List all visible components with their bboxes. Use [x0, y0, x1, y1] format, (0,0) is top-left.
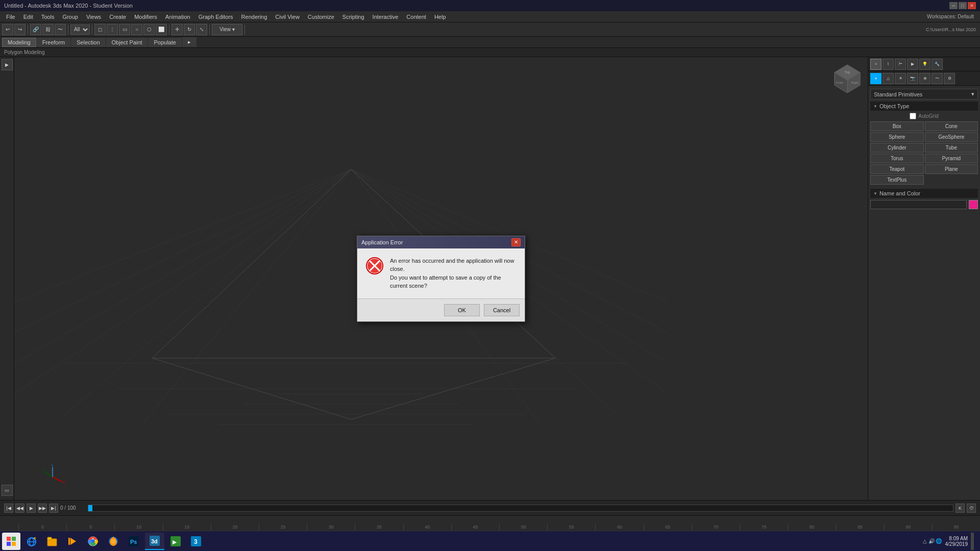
color-swatch[interactable]: [969, 200, 978, 209]
more-tab[interactable]: ▸: [182, 37, 197, 47]
menu-civil-view[interactable]: Civil View: [271, 13, 303, 21]
rp-subtab-helpers[interactable]: ⊕: [919, 73, 930, 84]
primitives-grid: Box Cone Sphere GeoSphere Cylinder Tube …: [870, 121, 978, 185]
next-key-button[interactable]: ▶▶: [38, 504, 47, 513]
menu-rendering[interactable]: Rendering: [237, 13, 272, 21]
autogrid-checkbox[interactable]: [910, 113, 916, 119]
prim-textplus[interactable]: TextPlus: [870, 175, 924, 185]
menu-customize[interactable]: Customize: [304, 13, 338, 21]
toolbar-separator-2: [68, 24, 68, 35]
object-paint-tab[interactable]: Object Paint: [106, 38, 148, 47]
populate-tab[interactable]: Populate: [148, 38, 181, 47]
prim-tube[interactable]: Tube: [925, 143, 978, 153]
rp-subtab-geometry[interactable]: ●: [870, 73, 881, 84]
select-object-button[interactable]: ◻: [94, 24, 106, 35]
select-region-circle[interactable]: ○: [131, 24, 142, 35]
menu-help[interactable]: Help: [430, 13, 450, 21]
scale-button[interactable]: ⤡: [196, 24, 207, 35]
autogrid-checkbox-row: AutoGrid: [870, 112, 978, 120]
link-button[interactable]: 🔗: [30, 24, 41, 35]
taskbar-photoshop[interactable]: Ps: [125, 533, 143, 550]
prim-geosphere[interactable]: GeoSphere: [925, 132, 978, 142]
undo-button[interactable]: ↩: [2, 24, 13, 35]
path-label: C:\Users\R...s Max 2020: [926, 27, 978, 32]
taskbar-media[interactable]: [63, 533, 82, 550]
dialog-close-button[interactable]: ✕: [511, 238, 521, 246]
primitives-dropdown[interactable]: Standard Primitives ▾: [870, 89, 978, 99]
prim-box[interactable]: Box: [870, 121, 924, 131]
selection-tab[interactable]: Selection: [71, 38, 105, 47]
object-type-header[interactable]: ▼ Object Type: [870, 102, 978, 111]
window-crossing[interactable]: ⬜: [156, 24, 167, 35]
rotate-button[interactable]: ↻: [184, 24, 195, 35]
taskbar-3dsmax[interactable]: 3d: [145, 533, 164, 550]
prim-cylinder[interactable]: Cylinder: [870, 143, 924, 153]
redo-button[interactable]: ↪: [14, 24, 26, 35]
menu-views[interactable]: Views: [82, 13, 105, 21]
move-button[interactable]: ✛: [172, 24, 183, 35]
menu-content[interactable]: Content: [402, 13, 430, 21]
rp-subtab-systems[interactable]: ⚙: [944, 73, 955, 84]
freeform-tab[interactable]: Freeform: [37, 38, 71, 47]
start-button[interactable]: [2, 533, 20, 550]
view-dropdown[interactable]: View ▾: [212, 24, 242, 35]
prim-cone[interactable]: Cone: [925, 121, 978, 131]
taskbar-explorer[interactable]: [43, 533, 61, 550]
key-mode-button[interactable]: K: [955, 504, 965, 513]
play-button-ctrl[interactable]: ▶: [27, 504, 36, 513]
show-desktop-button[interactable]: [971, 533, 974, 550]
prim-plane[interactable]: Plane: [925, 164, 978, 174]
select-region-rect[interactable]: ▭: [119, 24, 130, 35]
object-name-input[interactable]: [870, 200, 967, 209]
rp-tab-display[interactable]: 💡: [919, 59, 930, 70]
viewport-bottom-btn[interactable]: ▭: [2, 485, 13, 496]
maximize-button[interactable]: □: [959, 2, 967, 9]
timeline-scrubber[interactable]: [88, 505, 953, 512]
rp-tab-modify[interactable]: ⌇: [883, 59, 894, 70]
select-region-fence[interactable]: ⬡: [143, 24, 155, 35]
close-button[interactable]: ✕: [968, 2, 976, 9]
rp-tab-hierarchy[interactable]: ⊢: [895, 59, 906, 70]
rp-subtab-spacewarps[interactable]: 〜: [932, 73, 943, 84]
menu-modifiers[interactable]: Modifiers: [130, 13, 161, 21]
viewport[interactable]: Top Right Front X Y Z Application Error …: [14, 57, 868, 500]
prim-torus[interactable]: Torus: [870, 154, 924, 163]
taskbar-3app[interactable]: 3: [187, 533, 205, 550]
rp-tab-utilities[interactable]: 🔧: [932, 59, 943, 70]
dialog-cancel-button[interactable]: Cancel: [484, 304, 520, 316]
menu-file[interactable]: File: [2, 13, 19, 21]
taskbar-ie[interactable]: e: [22, 533, 41, 550]
menu-create[interactable]: Create: [105, 13, 130, 21]
menu-edit[interactable]: Edit: [19, 13, 37, 21]
prev-key-button[interactable]: ◀◀: [15, 504, 24, 513]
prev-frame-button[interactable]: |◀: [4, 504, 13, 513]
next-frame-button[interactable]: ▶|: [49, 504, 58, 513]
taskbar-chrome[interactable]: [84, 533, 102, 550]
prim-teapot[interactable]: Teapot: [870, 164, 924, 174]
menu-tools[interactable]: Tools: [37, 13, 59, 21]
rp-subtab-cameras[interactable]: 📷: [907, 73, 918, 84]
select-by-name[interactable]: ⋮: [107, 24, 118, 35]
menu-group[interactable]: Group: [58, 13, 82, 21]
rp-subtab-lights[interactable]: ☀: [895, 73, 906, 84]
minimize-button[interactable]: ─: [949, 2, 958, 9]
name-color-header[interactable]: ▼ Name and Color: [870, 189, 978, 198]
menu-graph-editors[interactable]: Graph Editors: [194, 13, 237, 21]
menu-interactive[interactable]: Interactive: [369, 13, 403, 21]
bind-space-warp[interactable]: 〜: [55, 24, 66, 35]
unlink-button[interactable]: ⛓: [42, 24, 54, 35]
modeling-tab[interactable]: Modeling: [2, 38, 36, 47]
rp-subtab-shapes[interactable]: △: [883, 73, 894, 84]
time-config-button[interactable]: ⏱: [967, 504, 976, 513]
taskbar-greenapp[interactable]: ▶: [166, 533, 185, 550]
prim-sphere[interactable]: Sphere: [870, 132, 924, 142]
dialog-ok-button[interactable]: OK: [444, 304, 480, 316]
rp-tab-create[interactable]: +: [870, 59, 881, 70]
menu-scripting[interactable]: Scripting: [338, 13, 369, 21]
rp-tab-motion[interactable]: ▶: [907, 59, 918, 70]
taskbar-firefox[interactable]: [104, 533, 122, 550]
menu-animation[interactable]: Animation: [161, 13, 194, 21]
prim-pyramid[interactable]: Pyramid: [925, 154, 978, 163]
play-button[interactable]: ▶: [2, 59, 13, 70]
filter-select[interactable]: All: [70, 24, 90, 35]
